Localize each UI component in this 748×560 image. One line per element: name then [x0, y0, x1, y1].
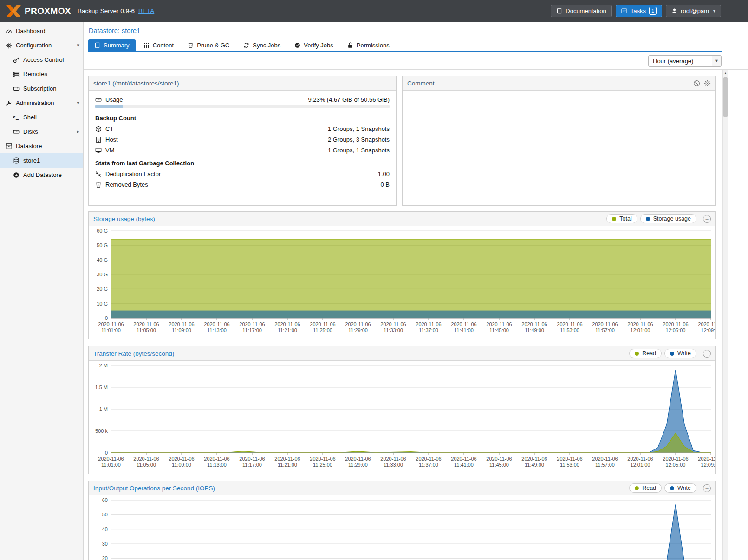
compress-icon — [95, 171, 102, 177]
sidebar: Dashboard Configuration ▾ Access Control… — [0, 22, 84, 560]
svg-text:11:33:00: 11:33:00 — [384, 462, 403, 468]
svg-text:30: 30 — [102, 541, 108, 547]
collapse-icon[interactable] — [703, 215, 711, 223]
main-content: Datastore: store1 Summary Content Prune … — [84, 22, 748, 560]
beta-link[interactable]: BETA — [138, 7, 154, 14]
sidebar-item-add-datastore[interactable]: Add Datastore — [0, 168, 83, 182]
svg-text:2020-11-06: 2020-11-06 — [204, 321, 229, 327]
svg-text:1 M: 1 M — [99, 406, 108, 412]
user-icon — [671, 8, 677, 14]
archive-icon — [6, 143, 12, 150]
svg-text:11:45:00: 11:45:00 — [489, 462, 509, 468]
tasks-button[interactable]: Tasks 1 — [616, 5, 662, 17]
sidebar-item-subscription[interactable]: Subscription — [0, 81, 83, 96]
svg-text:2020-11-06: 2020-11-06 — [521, 456, 547, 462]
svg-text:2020-11-06: 2020-11-06 — [98, 456, 124, 462]
trash-icon — [95, 182, 102, 188]
count-label: CT — [105, 125, 113, 132]
database-icon — [13, 157, 20, 164]
sidebar-item-access-control[interactable]: Access Control — [0, 52, 83, 67]
circle-slash-icon[interactable] — [693, 80, 700, 87]
book-icon — [556, 8, 562, 14]
tab-bar: Summary Content Prune & GC Sync Jobs Ver… — [88, 39, 722, 52]
svg-text:11:41:00: 11:41:00 — [454, 327, 474, 333]
server-icon — [13, 71, 20, 78]
svg-text:11:05:00: 11:05:00 — [137, 327, 156, 333]
chart-title: Input/Output Operations per Second (IOPS… — [93, 485, 215, 492]
svg-text:20: 20 — [102, 555, 108, 560]
collapse-icon[interactable] — [703, 484, 711, 492]
sync-icon — [243, 42, 249, 48]
svg-text:20 G: 20 G — [97, 286, 108, 292]
collapse-icon[interactable] — [703, 350, 711, 358]
svg-text:11:37:00: 11:37:00 — [419, 462, 438, 468]
legend-item-write[interactable]: Write — [664, 483, 696, 493]
tab-content[interactable]: Content — [137, 39, 180, 51]
usage-progress-bar — [95, 105, 390, 108]
sidebar-item-dashboard[interactable]: Dashboard — [0, 24, 83, 38]
iops-chart: 01020304050602020-11-0611:01:002020-11-0… — [89, 495, 715, 560]
svg-text:2020-11-06: 2020-11-06 — [380, 456, 406, 462]
chevron-down-icon: ▼ — [712, 56, 721, 66]
sidebar-item-disks[interactable]: Disks ▸ — [0, 124, 83, 139]
svg-text:60 G: 60 G — [97, 228, 108, 234]
tab-label: Sync Jobs — [253, 42, 280, 49]
svg-text:2020-11-06: 2020-11-06 — [663, 456, 688, 462]
sidebar-item-configuration[interactable]: Configuration ▾ — [0, 38, 83, 52]
sidebar-item-store1[interactable]: store1 — [0, 153, 83, 168]
tab-label: Verify Jobs — [304, 42, 333, 49]
scroll-up-arrow[interactable]: ▲ — [723, 70, 728, 76]
user-menu-button[interactable]: root@pam ▾ — [666, 5, 721, 17]
legend-item-read[interactable]: Read — [629, 349, 662, 358]
transfer-rate-chart: 0500 k1 M1.5 M2 M2020-11-0611:01:002020-… — [89, 361, 715, 472]
legend-item-storage-usage[interactable]: Storage usage — [640, 214, 696, 223]
sidebar-item-label: Dashboard — [16, 27, 46, 34]
count-value: 2 Groups, 3 Snapshots — [328, 136, 390, 143]
svg-text:2020-11-06: 2020-11-06 — [486, 456, 512, 462]
vertical-scrollbar[interactable]: ▲ — [722, 70, 728, 560]
legend-item-read[interactable]: Read — [629, 483, 662, 493]
time-range-value: Hour (average) — [649, 58, 697, 65]
sidebar-item-remotes[interactable]: Remotes — [0, 67, 83, 81]
documentation-label: Documentation — [566, 7, 606, 14]
gc-label: Deduplication Factor — [105, 170, 161, 177]
sidebar-item-label: Datastore — [16, 143, 42, 150]
legend-item-total[interactable]: Total — [606, 214, 637, 223]
svg-text:11:01:00: 11:01:00 — [101, 462, 121, 468]
documentation-button[interactable]: Documentation — [551, 5, 611, 17]
tab-verify-jobs[interactable]: Verify Jobs — [288, 39, 339, 51]
sidebar-item-label: Disks — [23, 128, 38, 135]
svg-text:2020-11-06: 2020-11-06 — [592, 321, 618, 327]
tab-sync-jobs[interactable]: Sync Jobs — [237, 39, 286, 51]
svg-text:0: 0 — [105, 315, 108, 321]
sidebar-item-datastore[interactable]: Datastore — [0, 139, 83, 153]
gc-value: 0 B — [380, 181, 390, 188]
dedup-factor-row: Deduplication Factor 1.00 — [89, 169, 396, 179]
chevron-down-icon: ▾ — [77, 42, 79, 48]
svg-text:11:37:00: 11:37:00 — [419, 327, 438, 333]
svg-text:11:09:00: 11:09:00 — [172, 327, 191, 333]
svg-text:11:53:00: 11:53:00 — [560, 327, 579, 333]
trash-icon — [188, 42, 194, 48]
time-range-select[interactable]: Hour (average) ▼ — [648, 55, 722, 67]
svg-text:2020-11-06: 2020-11-06 — [98, 321, 124, 327]
legend-item-write[interactable]: Write — [664, 349, 696, 358]
svg-text:2020-11-06: 2020-11-06 — [274, 321, 300, 327]
chart-title: Storage usage (bytes) — [93, 215, 155, 222]
sidebar-item-administration[interactable]: Administration ▾ — [0, 96, 83, 110]
svg-text:11:41:00: 11:41:00 — [454, 462, 474, 468]
scrollbar-thumb[interactable] — [723, 77, 728, 117]
svg-text:11:45:00: 11:45:00 — [489, 327, 509, 333]
usage-label: Usage — [105, 96, 123, 103]
tab-prune-gc[interactable]: Prune & GC — [182, 39, 235, 51]
tab-permissions[interactable]: Permissions — [341, 39, 396, 51]
gear-icon[interactable] — [704, 80, 711, 87]
tab-summary[interactable]: Summary — [88, 39, 136, 51]
terminal-icon: >_ — [13, 114, 20, 121]
sidebar-item-shell[interactable]: >_ Shell — [0, 110, 83, 124]
app-title: Backup Server 0.9-6 — [78, 7, 135, 14]
svg-text:12:01:00: 12:01:00 — [631, 462, 650, 468]
comment-body[interactable] — [403, 91, 715, 98]
svg-text:50 G: 50 G — [97, 242, 108, 248]
lock-icon — [347, 42, 353, 48]
